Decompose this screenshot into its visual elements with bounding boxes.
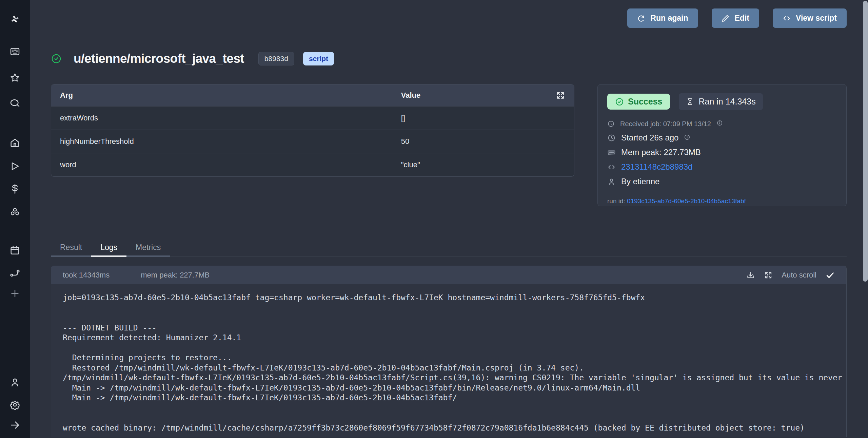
sidebar bbox=[0, 0, 30, 438]
run-id-label: run id: bbox=[607, 197, 625, 205]
user-icon bbox=[607, 177, 616, 186]
download-logs-icon[interactable] bbox=[746, 271, 755, 280]
started-row: Started 26s ago bbox=[607, 133, 837, 142]
script-hash-row: 23131148c2b8983d bbox=[607, 162, 837, 172]
tab-metrics[interactable]: Metrics bbox=[126, 239, 170, 257]
status-badge: Success bbox=[607, 94, 670, 110]
tabs-filler bbox=[170, 239, 847, 257]
success-check-icon bbox=[51, 53, 62, 64]
sidebar-item-resources[interactable] bbox=[8, 206, 21, 218]
status-label: Success bbox=[628, 97, 662, 107]
sidebar-item-runs[interactable] bbox=[8, 160, 21, 173]
pencil-icon bbox=[722, 14, 730, 22]
view-script-button[interactable]: View script bbox=[773, 8, 847, 28]
hourglass-icon bbox=[686, 98, 694, 106]
arg-name: word bbox=[60, 160, 401, 169]
clock-icon bbox=[607, 120, 615, 128]
script-hash-badge: b8983d bbox=[258, 52, 294, 65]
run-id-link[interactable]: 0193c135-ab7d-60e5-2b10-04b5ac13fabf bbox=[627, 197, 746, 205]
table-row: extraWords [] bbox=[51, 106, 574, 130]
code-icon bbox=[783, 14, 791, 22]
search-icon[interactable] bbox=[8, 97, 21, 110]
auto-scroll-checkbox[interactable] bbox=[825, 270, 835, 280]
memory-icon bbox=[607, 148, 616, 157]
arg-value: [] bbox=[401, 114, 565, 122]
run-id-row: run id: 0193c135-ab7d-60e5-2b10-04b5ac13… bbox=[607, 197, 837, 205]
clock-icon bbox=[607, 134, 616, 142]
sidebar-divider bbox=[0, 123, 30, 123]
code-icon bbox=[607, 163, 616, 171]
author-row: By etienne bbox=[607, 177, 837, 186]
sidebar-divider bbox=[0, 35, 30, 35]
expand-args-icon[interactable] bbox=[556, 91, 565, 100]
settings-gear-icon[interactable] bbox=[8, 398, 21, 411]
main-content: Run again Edit View script bbox=[30, 0, 868, 438]
arg-name: extraWords bbox=[60, 114, 401, 122]
author-label: By etienne bbox=[621, 177, 659, 186]
script-type-badge: script bbox=[303, 52, 334, 65]
table-row: highNumberThreshold 50 bbox=[51, 130, 574, 153]
table-row: word "clue" bbox=[51, 153, 574, 176]
logs-took: took 14343ms bbox=[63, 271, 110, 280]
arg-value: "clue" bbox=[401, 160, 565, 169]
run-again-label: Run again bbox=[650, 14, 688, 23]
mem-peak-label: Mem peak: 227.73MB bbox=[621, 148, 701, 157]
tab-logs[interactable]: Logs bbox=[91, 239, 126, 257]
duration-chip: Ran in 14.343s bbox=[679, 93, 763, 110]
user-icon[interactable] bbox=[8, 376, 21, 389]
run-info-panel: Success Ran in 14.343s Received job: 07:… bbox=[597, 84, 847, 206]
check-circle-icon bbox=[615, 97, 624, 106]
arg-value: 50 bbox=[401, 137, 565, 146]
sidebar-item-favorites[interactable] bbox=[8, 71, 21, 84]
page-title: u/etienne/microsoft_java_test bbox=[74, 52, 244, 66]
windmill-run-page: Run again Edit View script bbox=[0, 0, 868, 438]
col-header-arg: Arg bbox=[60, 91, 401, 100]
tab-result[interactable]: Result bbox=[51, 239, 91, 257]
received-row: Received job: 07:09 PM 13/12 bbox=[607, 120, 837, 128]
page-scrollbar[interactable] bbox=[863, 1, 868, 282]
info-icon[interactable] bbox=[684, 133, 690, 142]
auto-scroll-label: Auto scroll bbox=[782, 271, 816, 280]
edit-label: Edit bbox=[735, 14, 749, 23]
logs-panel: took 14343ms mem peak: 227.7MB A bbox=[51, 266, 847, 437]
sidebar-item-create[interactable] bbox=[8, 287, 21, 300]
sidebar-item-schedules[interactable] bbox=[8, 244, 21, 257]
logs-header: took 14343ms mem peak: 227.7MB A bbox=[51, 266, 846, 284]
sidebar-item-usage[interactable] bbox=[8, 183, 21, 195]
col-header-value: Value bbox=[401, 91, 556, 100]
tabs: Result Logs Metrics bbox=[51, 239, 847, 257]
sidebar-item-apps[interactable] bbox=[8, 45, 21, 58]
sidebar-item-flows[interactable] bbox=[8, 267, 21, 280]
arg-name: highNumberThreshold bbox=[60, 137, 401, 146]
args-table-header: Arg Value bbox=[51, 84, 574, 106]
started-label: Started 26s ago bbox=[621, 133, 678, 142]
view-script-label: View script bbox=[796, 14, 837, 23]
expand-logs-icon[interactable] bbox=[764, 271, 773, 280]
expand-sidebar-arrow-icon[interactable] bbox=[8, 419, 21, 432]
info-icon[interactable] bbox=[716, 120, 723, 128]
mem-peak-row: Mem peak: 227.73MB bbox=[607, 148, 837, 157]
edit-button[interactable]: Edit bbox=[712, 8, 759, 28]
args-table: Arg Value extraWords [] highNumberThresh… bbox=[51, 84, 574, 177]
logs-content[interactable]: job=0193c135-ab7d-60e5-2b10-04b5ac13fabf… bbox=[51, 284, 846, 433]
title-row: u/etienne/microsoft_java_test b8983d scr… bbox=[51, 49, 847, 69]
windmill-logo[interactable] bbox=[8, 13, 21, 26]
run-again-button[interactable]: Run again bbox=[627, 8, 698, 28]
logs-mem-peak: mem peak: 227.7MB bbox=[141, 271, 210, 280]
script-hash-link[interactable]: 23131148c2b8983d bbox=[621, 162, 692, 172]
sidebar-item-home[interactable] bbox=[8, 136, 21, 149]
refresh-icon bbox=[637, 14, 645, 22]
duration-label: Ran in 14.343s bbox=[698, 97, 755, 107]
toolbar: Run again Edit View script bbox=[51, 8, 847, 28]
received-label: Received job: 07:09 PM 13/12 bbox=[620, 120, 711, 128]
